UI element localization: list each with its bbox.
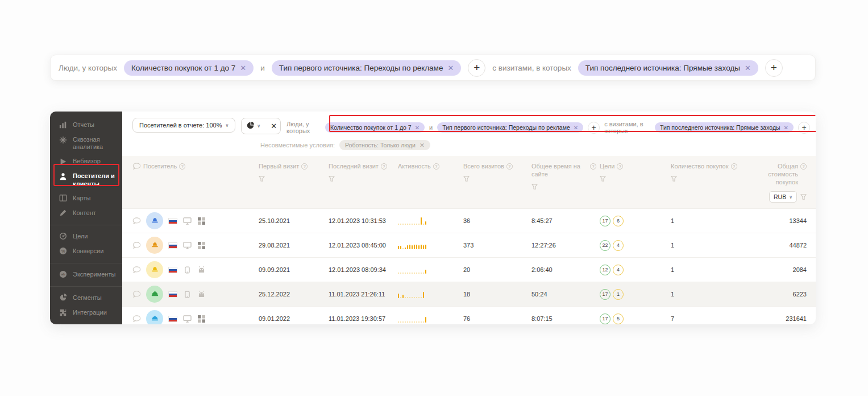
goal-badge-green[interactable]: 17 bbox=[600, 216, 610, 226]
remove-filter-icon[interactable]: ✕ bbox=[784, 125, 788, 131]
avatar[interactable] bbox=[146, 310, 163, 324]
filter-pill-purchase-count[interactable]: Количество покупок от 1 до 7 ✕ bbox=[124, 60, 254, 76]
filter-funnel-icon[interactable] bbox=[463, 176, 470, 182]
report-scope-button[interactable]: Посетителей в отчете: 100% ∨ bbox=[132, 118, 235, 133]
column-label: Цели bbox=[600, 163, 614, 171]
goal-badge-yellow[interactable]: 6 bbox=[613, 216, 624, 226]
comment-icon[interactable] bbox=[132, 242, 141, 249]
sidebar-item-conversions[interactable]: %Конверсии bbox=[50, 244, 122, 259]
comment-icon[interactable] bbox=[132, 217, 141, 225]
remove-filter-icon[interactable]: ✕ bbox=[574, 125, 578, 131]
clear-filters-button[interactable]: ✕ bbox=[265, 118, 281, 134]
add-visit-condition-button[interactable]: + bbox=[765, 59, 783, 77]
column-header-total_visits: Всего визитов? bbox=[463, 156, 531, 208]
remove-filter-icon[interactable]: ✕ bbox=[447, 64, 454, 72]
snowflake-icon bbox=[59, 135, 67, 144]
filter-pill-first-source[interactable]: Тип первого источника: Переходы по рекла… bbox=[272, 60, 462, 76]
filter-funnel-icon[interactable] bbox=[531, 184, 538, 190]
filter-pill-last-source[interactable]: Тип последнего источника: Прямые заходы … bbox=[578, 60, 758, 76]
activity-sparkline bbox=[398, 290, 463, 298]
total-visits-cell: 20 bbox=[463, 266, 531, 273]
filter-funnel-icon[interactable] bbox=[329, 176, 335, 182]
column-label: Всего визитов bbox=[463, 163, 504, 171]
sidebar-divider bbox=[50, 263, 122, 263]
sidebar-item-acquisition[interactable]: Привлечение bbox=[50, 320, 122, 324]
add-people-condition-button[interactable]: + bbox=[468, 59, 485, 77]
first-visit-cell: 09.01.2022 bbox=[259, 315, 329, 322]
table-row[interactable]: 25.12.202211.01.2023 21:26:111850:241711… bbox=[122, 282, 816, 307]
avatar[interactable] bbox=[146, 286, 163, 303]
visits-condition-label: с визитами, в которых bbox=[604, 121, 650, 134]
comment-icon[interactable] bbox=[132, 315, 141, 323]
toolbar: Посетителей в отчете: 100% ∨ ∨ ✕ Люди, у… bbox=[122, 112, 816, 134]
remove-filter-icon[interactable]: ✕ bbox=[415, 125, 420, 131]
filter-funnel-icon[interactable] bbox=[259, 176, 265, 182]
remove-filter-icon[interactable]: ✕ bbox=[420, 142, 425, 148]
help-icon[interactable]: ? bbox=[506, 163, 513, 170]
add-people-condition-button[interactable]: + bbox=[588, 122, 600, 134]
add-visit-condition-button[interactable]: + bbox=[798, 122, 810, 134]
remove-filter-icon[interactable]: ✕ bbox=[240, 64, 246, 72]
flag-ru-icon bbox=[168, 218, 177, 224]
sidebar-item-visitors[interactable]: Посетители и клиенты bbox=[50, 169, 122, 191]
sidebar-item-integrations[interactable]: Интеграции bbox=[50, 306, 122, 320]
goal-badge-yellow[interactable]: 5 bbox=[613, 314, 624, 324]
comment-icon[interactable] bbox=[132, 291, 141, 298]
time-on-site-cell: 8:45:27 bbox=[531, 217, 600, 224]
table-row[interactable]: 09.09.202112.01.2023 08:09:34202:06:4012… bbox=[122, 258, 816, 282]
help-icon[interactable]: ? bbox=[590, 163, 596, 170]
chart-view-button[interactable]: ∨ bbox=[242, 118, 265, 134]
cursor-icon bbox=[59, 323, 67, 324]
goal-badge-green[interactable]: 12 bbox=[600, 265, 610, 275]
filter-pill-last-source[interactable]: Тип последнего источника: Прямые заходы … bbox=[655, 122, 794, 133]
table-row[interactable]: 29.08.202112.01.2023 08:45:0037312:27:26… bbox=[122, 233, 816, 258]
sidebar-item-maps[interactable]: Карты bbox=[50, 191, 122, 206]
avatar[interactable] bbox=[146, 261, 163, 278]
currency-select[interactable]: RUB∨ bbox=[769, 191, 797, 203]
goal-badge-yellow[interactable]: 4 bbox=[613, 265, 624, 275]
filter-funnel-icon[interactable] bbox=[600, 176, 606, 182]
ab-icon: ab bbox=[59, 270, 67, 279]
filter-pill-first-source[interactable]: Тип первого источника: Переходы по рекла… bbox=[437, 122, 583, 133]
activity-sparkline bbox=[398, 217, 463, 225]
goal-badge-green[interactable]: 17 bbox=[600, 289, 610, 300]
segment-filter-bar: Люди, у которых Количество покупок от 1 … bbox=[286, 118, 810, 134]
sidebar-item-goals[interactable]: Цели bbox=[50, 229, 122, 244]
purchase-cost-cell: 231641 bbox=[756, 315, 816, 322]
avatar[interactable] bbox=[146, 237, 163, 254]
chevron-down-icon: ∨ bbox=[789, 195, 792, 200]
windows-icon bbox=[197, 241, 206, 249]
help-icon[interactable]: ? bbox=[800, 163, 807, 170]
sidebar-item-experiments[interactable]: abЭксперименты bbox=[50, 267, 122, 282]
help-icon[interactable]: ? bbox=[731, 163, 737, 170]
table-row[interactable]: 25.10.202112.01.2023 10:31:53368:45:2717… bbox=[122, 209, 816, 233]
person-icon bbox=[59, 172, 67, 180]
main-content: Посетителей в отчете: 100% ∨ ∨ ✕ Люди, у… bbox=[122, 112, 816, 324]
goal-badge-green[interactable]: 22 bbox=[600, 240, 610, 251]
sidebar-item-webvisor[interactable]: Вебвизор bbox=[50, 154, 122, 169]
column-header-purchases: Количество покупок? bbox=[671, 156, 756, 208]
comment-icon[interactable] bbox=[132, 266, 141, 274]
filter-funnel-icon[interactable] bbox=[671, 176, 677, 182]
chevron-down-icon: ∨ bbox=[225, 123, 229, 128]
help-icon[interactable]: ? bbox=[179, 163, 185, 170]
remove-filter-icon[interactable]: ✕ bbox=[745, 64, 751, 72]
sidebar-item-reports[interactable]: Отчеты bbox=[50, 118, 122, 133]
goal-badge-green[interactable]: 17 bbox=[600, 314, 610, 324]
avatar[interactable] bbox=[146, 212, 163, 229]
sidebar-item-segments[interactable]: Сегменты bbox=[50, 291, 122, 306]
filter-pill-purchase-count[interactable]: Количество покупок от 1 до 7 ✕ bbox=[325, 122, 425, 133]
and-label: и bbox=[260, 64, 265, 72]
goal-badge-yellow[interactable]: 4 bbox=[613, 240, 624, 251]
table-row[interactable]: 09.01.202211.01.2023 19:30:57768:07:1517… bbox=[122, 307, 816, 324]
goal-badge-yellow[interactable]: 1 bbox=[613, 289, 624, 300]
help-icon[interactable]: ? bbox=[301, 163, 308, 170]
help-icon[interactable]: ? bbox=[617, 163, 623, 170]
help-icon[interactable]: ? bbox=[381, 163, 387, 170]
help-icon[interactable]: ? bbox=[433, 163, 439, 170]
column-header-first_visit: Первый визит? bbox=[259, 156, 329, 208]
robots-filter-pill[interactable]: Роботность: Только люди ✕ bbox=[339, 140, 430, 150]
sidebar-item-content[interactable]: Контент bbox=[50, 206, 122, 221]
sidebar-item-cross-analytics[interactable]: Сквозная аналитика bbox=[50, 133, 122, 154]
filter-funnel-icon[interactable] bbox=[800, 194, 807, 200]
